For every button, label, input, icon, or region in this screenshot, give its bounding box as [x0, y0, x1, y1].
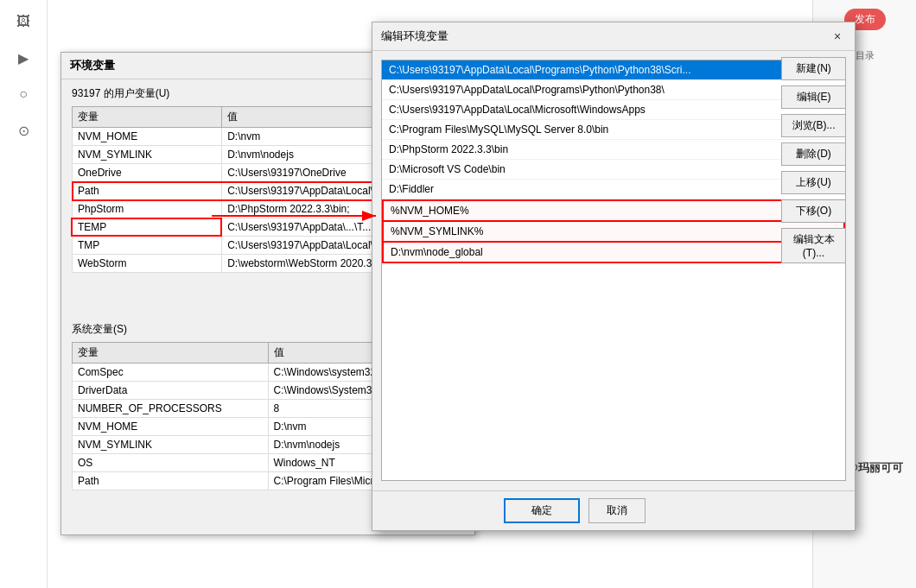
sidebar-icon-image[interactable]: 🖼	[10, 9, 36, 35]
list-item[interactable]: C:\Users\93197\AppData\Local\Programs\Py…	[382, 60, 845, 80]
list-item[interactable]: %NVM_HOME%	[382, 199, 845, 222]
right-panel-toc[interactable]: 目录	[852, 46, 878, 66]
var-cell: Path	[73, 472, 269, 490]
col-header-var: 变量	[73, 107, 222, 128]
delete-button[interactable]: 删除(D)	[781, 142, 846, 166]
var-cell: NVM_HOME	[73, 128, 222, 146]
left-sidebar: 🖼 ▶ ○ ⊙	[0, 0, 48, 588]
move-up-button[interactable]: 上移(U)	[781, 171, 846, 194]
var-cell: NVM_SYMLINK	[73, 146, 222, 164]
var-cell: ComSpec	[73, 364, 269, 382]
var-cell: OneDrive	[73, 164, 222, 182]
list-item[interactable]: C:\Program Files\MySQL\MySQL Server 8.0\…	[382, 120, 845, 140]
edit-dialog-footer: 确定 取消	[372, 490, 855, 530]
var-cell: NVM_HOME	[73, 418, 269, 436]
move-down-button[interactable]: 下移(O)	[781, 199, 846, 223]
list-item[interactable]: D:\PhpStorm 2022.3.3\bin	[382, 140, 845, 160]
var-cell: TMP	[73, 237, 222, 255]
list-item[interactable]: D:\nvm\node_global	[382, 243, 845, 263]
browse-button[interactable]: 浏览(B)...	[781, 114, 846, 137]
path-list: C:\Users\93197\AppData\Local\Programs\Py…	[381, 60, 846, 481]
var-cell: WebStorm	[73, 255, 222, 273]
edit-text-button[interactable]: 编辑文本(T)...	[781, 228, 846, 263]
list-item[interactable]: C:\Users\93197\AppData\Local\Microsoft\W…	[382, 100, 845, 120]
var-cell: NVM_SYMLINK	[73, 436, 269, 454]
var-cell: TEMP	[73, 218, 222, 237]
new-button[interactable]: 新建(N)	[781, 57, 846, 80]
list-item[interactable]: D:\Microsoft VS Code\bin	[382, 160, 845, 180]
var-cell: DriverData	[73, 382, 269, 400]
var-cell: PhpStorm	[73, 200, 222, 218]
sidebar-icon-circle[interactable]: ○	[10, 81, 36, 107]
edit-button[interactable]: 编辑(E)	[781, 85, 846, 109]
edit-env-dialog: 编辑环境变量 × C:\Users\93197\AppData\Local\Pr…	[372, 22, 856, 531]
sidebar-icon-dot[interactable]: ⊙	[10, 117, 36, 143]
sys-col-header-var: 变量	[73, 343, 269, 364]
cancel-button[interactable]: 取消	[588, 498, 646, 523]
list-item[interactable]: D:\Fiddler	[382, 180, 845, 199]
list-item[interactable]: %NVM_SYMLINK%	[382, 222, 845, 243]
edit-dialog-titlebar: 编辑环境变量 ×	[372, 22, 855, 51]
edit-dialog-title: 编辑环境变量	[381, 28, 448, 44]
close-button[interactable]: ×	[829, 28, 846, 45]
var-cell: NUMBER_OF_PROCESSORS	[73, 400, 269, 418]
edit-dialog-action-buttons: 新建(N)编辑(E)浏览(B)...删除(D)上移(U)下移(O)编辑文本(T)…	[781, 57, 846, 263]
sidebar-icon-video[interactable]: ▶	[10, 45, 36, 71]
ok-button[interactable]: 确定	[504, 498, 580, 523]
var-cell: Path	[73, 182, 222, 200]
var-cell: OS	[73, 454, 269, 472]
list-item[interactable]: C:\Users\93197\AppData\Local\Programs\Py…	[382, 80, 845, 100]
